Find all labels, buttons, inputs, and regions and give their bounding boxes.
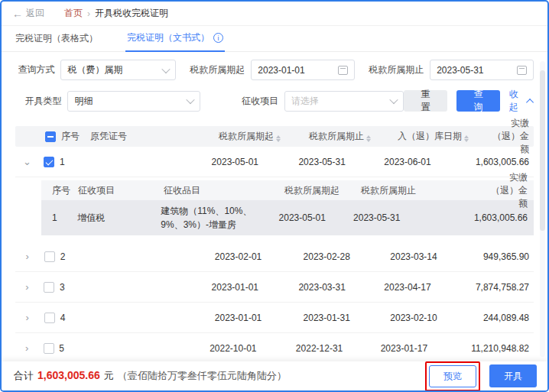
levy-item-label: 征收项目 [214,95,278,108]
breadcrumb-separator: › [87,8,90,19]
row-amount: 11,210,948.82 [471,343,534,354]
sub-row-period-end: 2023-05-31 [353,212,474,223]
period-end-label: 税款所属期止 [369,63,424,76]
collapse-link[interactable]: 收起 [509,88,534,114]
table-row[interactable]: › 4 2023-01-01 2023-01-31 2023-02-10 244… [15,303,534,333]
info-circle-icon[interactable]: i [213,33,223,43]
tab-document-format[interactable]: 完税证明（文书式） i [125,25,225,52]
table-row[interactable]: › 5 2022-10-01 2022-12-31 2023-01-17 11,… [15,333,534,364]
period-end-input[interactable]: 2023-05-31 [430,60,534,80]
issue-button[interactable]: 开具 [489,364,537,387]
sub-header-amount: 实缴（退）金额 [485,171,534,210]
row-index: 2 [60,251,89,262]
vertical-scrollbar[interactable] [540,61,545,357]
sort-icon[interactable] [366,135,371,142]
sort-icon[interactable] [276,135,281,142]
result-table: 序号 原凭证号 税款所属期起 税款所属期止 入（退）库日期 实缴（退）金额 ⌄ … [15,126,534,364]
row-period-start: 2022-10-01 [210,343,296,354]
scrollbar-thumb[interactable] [540,70,545,231]
header-period-end[interactable]: 税款所属期止 [309,130,398,143]
row-period-end: 2023-01-31 [304,313,391,323]
expand-row-icon[interactable]: › [15,281,39,293]
tab-bar: 完税证明（表格式） 完税证明（文书式） i [2,26,547,52]
top-bar: ← 返回 首页 › 开具税收完税证明 [2,2,547,26]
sort-icon[interactable] [464,135,469,142]
chevron-down-icon [187,96,195,104]
reset-button[interactable]: 重置 [404,90,447,112]
sub-header-index: 序号 [41,184,78,197]
filter-panel: 查询方式 税（费）属期 税款所属期起 2023-01-01 税款所属期止 202… [2,52,547,123]
red-annotation-box: 预览 [425,361,480,391]
sub-table-row: 1 增值税 建筑物（11%、10%、9%、3%）-增量房 2023-05-01 … [41,200,534,235]
row-checkbox[interactable] [44,282,54,293]
row-amount: 244,089.48 [483,313,534,323]
row-period-start: 2023-01-01 [212,282,299,293]
sub-row-index: 1 [41,212,77,223]
select-all-checkbox[interactable] [45,131,56,142]
header-entry-date[interactable]: 入（退）库日期 [398,130,492,143]
breadcrumb-current: 开具税收完税证明 [95,7,168,20]
row-checkbox[interactable] [44,313,55,323]
expand-row-icon[interactable]: › [15,342,39,354]
query-mode-select[interactable]: 税（费）属期 [60,60,176,80]
collapse-label: 收起 [509,88,527,114]
row-entry-date: 2023-06-01 [384,157,476,167]
expand-row-icon[interactable]: › [15,312,39,323]
row-entry-date: 2023-01-17 [381,343,471,354]
query-mode-label: 查询方式 [15,63,54,76]
breadcrumb-home[interactable]: 首页 [64,7,83,20]
calendar-icon [517,66,527,75]
row-checkbox[interactable] [44,343,54,354]
filter-buttons: 重置 查询 收起 [404,88,534,114]
collapse-row-icon[interactable]: ⌄ [15,156,39,167]
search-button[interactable]: 查询 [456,90,500,112]
total-label: 合计 [14,369,34,383]
table-row[interactable]: ⌄ 1 2023-05-01 2023-05-31 2023-06-01 1,6… [15,147,534,177]
footer-bar: 合计 1,603,005.66 元 （壹佰陆拾万零叁仟零伍元陆角陆分） 预览 开… [2,361,547,390]
back-button[interactable]: ← 返回 [12,7,44,20]
issue-type-select[interactable]: 明细 [67,91,200,112]
total-unit: 元 [104,369,114,383]
table-row[interactable]: › 2 2023-02-01 2023-02-28 2023-03-14 949… [15,241,534,272]
back-label: 返回 [26,7,44,20]
detail-sub-table: 序号 征收项目 征收品目 税款所属期起 税款所属期止 实缴（退）金额 1 增值税… [41,180,534,235]
sub-header-levy-sub-item: 征收品目 [164,183,284,197]
sub-row-amount: 1,603,005.66 [474,212,534,223]
header-index: 序号 [61,130,90,143]
calendar-icon [338,66,348,75]
row-checkbox[interactable] [44,251,55,262]
levy-item-placeholder: 请选择 [291,95,386,108]
sub-header-period-start: 税款所属期起 [284,184,361,197]
preview-button[interactable]: 预览 [429,365,476,387]
header-period-end-label: 税款所属期止 [309,131,364,141]
tab-table-format[interactable]: 完税证明（表格式） [14,26,99,51]
period-end-value: 2023-05-31 [437,65,512,76]
header-entry-date-label: 入（退）库日期 [398,131,462,141]
amount-in-words: （壹佰陆拾万零叁仟零伍元陆角陆分） [118,369,287,383]
tax-certificate-window: ← 返回 首页 › 开具税收完税证明 完税证明（表格式） 完税证明（文书式） i… [0,0,549,392]
row-period-end: 2023-05-31 [298,157,384,167]
sub-table-header-row: 序号 征收项目 征收品目 税款所属期起 税款所属期止 实缴（退）金额 [41,180,534,200]
row-amount: 949,365.90 [483,251,534,262]
row-index: 3 [60,282,88,293]
header-amount: 实缴（退）金额 [492,117,534,156]
query-mode-value: 税（费）属期 [67,63,158,76]
chevron-up-icon [526,99,534,106]
chevron-down-icon [162,64,171,73]
total-summary: 合计 1,603,005.66 元 （壹佰陆拾万零叁仟零伍元陆角陆分） [14,369,287,383]
footer-buttons: 预览 开具 [425,361,537,391]
levy-item-select[interactable]: 请选择 [284,91,404,112]
back-arrow-icon: ← [12,8,23,20]
sub-row-period-start: 2023-05-01 [279,212,353,223]
header-voucher: 原凭证号 [90,130,219,143]
sub-header-period-end: 税款所属期止 [361,184,485,197]
filter-row-2: 开具类型 明细 征收项目 请选择 重置 查询 收起 [15,88,534,114]
period-start-input[interactable]: 2023-01-01 [251,60,355,80]
table-row[interactable]: › 3 2023-01-01 2023-03-31 2023-04-17 7,8… [15,272,534,303]
tab-table-format-label: 完税证明（表格式） [15,32,98,45]
expand-row-icon[interactable]: › [15,251,39,262]
row-checkbox[interactable] [44,157,54,167]
header-period-start[interactable]: 税款所属期起 [219,130,309,143]
sub-row-levy-sub-item: 建筑物（11%、10%、9%、3%）-增量房 [161,204,278,232]
filter-row-1: 查询方式 税（费）属期 税款所属期起 2023-01-01 税款所属期止 202… [15,60,534,80]
